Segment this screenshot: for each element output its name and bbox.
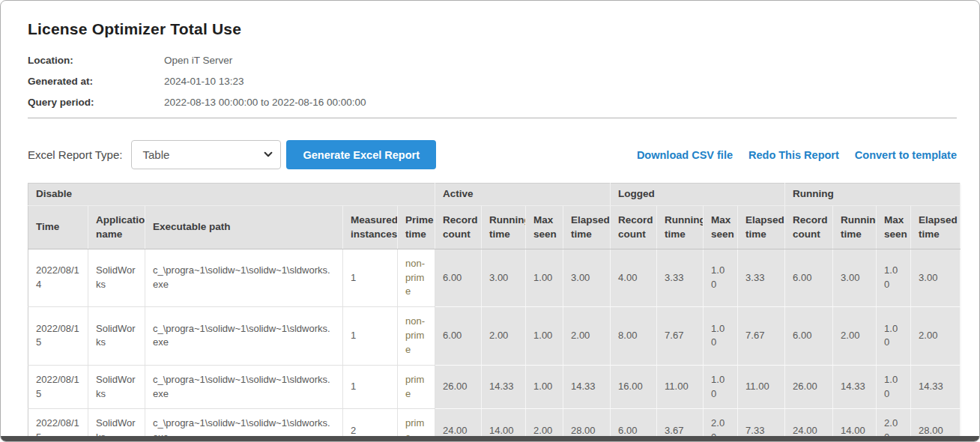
- cell-prime-time: non-prime: [398, 249, 435, 307]
- col-header-running-elapsed-time: Elapsed time: [911, 205, 961, 249]
- report-action-links: Download CSV file Redo This Report Conve…: [637, 149, 957, 161]
- meta-divider: [28, 118, 957, 118]
- cell-active-elapsed-time: 2.00: [563, 307, 611, 366]
- report-type-label: Excel Report Type:: [28, 148, 122, 161]
- cell-application-name: SolidWorks: [88, 307, 145, 366]
- col-header-active-record-count: Record count: [435, 205, 482, 249]
- cell-running-elapsed-time: 3.00: [911, 249, 961, 307]
- convert-to-template-link[interactable]: Convert to template: [855, 149, 957, 161]
- cell-active-max-seen: 1.00: [526, 249, 563, 307]
- meta-label-query-period: Query period:: [28, 97, 164, 108]
- table-body: 2022/08/14SolidWorksc_\progra~1\solidw~1…: [28, 249, 961, 442]
- cell-application-name: SolidWorks: [88, 365, 145, 409]
- cell-active-max-seen: 1.00: [526, 307, 563, 366]
- cell-measured-instances: 1: [343, 365, 398, 409]
- cell-running-max-seen: 1.00: [877, 365, 911, 409]
- cell-active-max-seen: 1.00: [526, 365, 563, 409]
- cell-time: 2022/08/15: [28, 307, 88, 366]
- cell-running-running-time: 14.33: [833, 365, 877, 409]
- report-type-select-wrap: Table: [131, 140, 281, 169]
- cell-running-record-count: 26.00: [785, 365, 833, 409]
- cell-logged-max-seen: 1.00: [704, 365, 738, 409]
- meta-value-location: Open iT Server: [164, 55, 232, 66]
- cell-running-max-seen: 1.00: [877, 307, 911, 366]
- window-bottom-edge: [1, 436, 979, 441]
- cell-active-elapsed-time: 14.33: [563, 365, 611, 409]
- cell-active-elapsed-time: 3.00: [563, 249, 611, 307]
- col-header-running-running-time: Running time: [833, 205, 877, 249]
- col-header-active-elapsed-time: Elapsed time: [563, 205, 611, 249]
- cell-running-running-time: 3.00: [833, 249, 877, 307]
- cell-time: 2022/08/14: [28, 249, 88, 307]
- group-header-logged: Logged: [611, 184, 785, 206]
- table-row: 2022/08/14SolidWorksc_\progra~1\solidw~1…: [28, 249, 961, 307]
- cell-active-running-time: 2.00: [482, 307, 526, 366]
- cell-logged-elapsed-time: 3.33: [738, 249, 785, 307]
- cell-active-record-count: 6.00: [435, 307, 482, 366]
- col-header-logged-record-count: Record count: [611, 205, 657, 249]
- cell-logged-running-time: 7.67: [657, 307, 704, 366]
- cell-running-running-time: 2.00: [833, 307, 877, 366]
- page-title: License Optimizer Total Use: [28, 20, 957, 38]
- cell-logged-max-seen: 1.00: [704, 307, 738, 366]
- col-header-active-max-seen: Max seen: [526, 205, 563, 249]
- cell-prime-time: non-prime: [398, 307, 435, 366]
- group-header-active: Active: [435, 184, 611, 206]
- cell-measured-instances: 1: [343, 307, 398, 366]
- meta-row-query-period: Query period: 2022-08-13 00:00:00 to 202…: [28, 97, 957, 108]
- report-meta: Location: Open iT Server Generated at: 2…: [28, 55, 957, 108]
- generate-excel-report-button[interactable]: Generate Excel Report: [286, 140, 436, 169]
- group-header-disable: Disable: [28, 184, 435, 206]
- cell-measured-instances: 1: [343, 249, 398, 307]
- meta-value-generated-at: 2024-01-10 13:23: [164, 76, 244, 87]
- cell-logged-elapsed-time: 7.67: [738, 307, 785, 366]
- cell-logged-running-time: 11.00: [657, 365, 704, 409]
- meta-label-location: Location:: [28, 55, 164, 66]
- col-header-logged-running-time: Running time: [657, 205, 704, 249]
- group-header-running: Running: [785, 184, 961, 206]
- col-header-executable-path: Executable path: [145, 205, 343, 249]
- cell-executable-path: c_\progra~1\solidw~1\solidw~1\sldworks.e…: [145, 307, 343, 366]
- col-header-logged-max-seen: Max seen: [704, 205, 738, 249]
- cell-executable-path: c_\progra~1\solidw~1\solidw~1\sldworks.e…: [145, 249, 343, 307]
- cell-logged-elapsed-time: 11.00: [738, 365, 785, 409]
- col-header-time: Time: [28, 205, 88, 249]
- cell-active-running-time: 3.00: [482, 249, 526, 307]
- meta-row-generated-at: Generated at: 2024-01-10 13:23: [28, 76, 957, 87]
- cell-active-record-count: 6.00: [435, 249, 482, 307]
- col-header-running-record-count: Record count: [785, 205, 833, 249]
- cell-running-record-count: 6.00: [785, 249, 833, 307]
- cell-executable-path: c_\progra~1\solidw~1\solidw~1\sldworks.e…: [145, 365, 343, 409]
- col-header-active-running-time: Running time: [482, 205, 526, 249]
- col-header-application-name: Application name: [88, 205, 145, 249]
- cell-application-name: SolidWorks: [88, 249, 145, 307]
- meta-value-query-period: 2022-08-13 00:00:00 to 2022-08-16 00:00:…: [164, 97, 366, 108]
- cell-running-max-seen: 1.00: [877, 249, 911, 307]
- cell-logged-record-count: 8.00: [611, 307, 657, 366]
- cell-prime-time: prime: [398, 365, 435, 409]
- cell-logged-running-time: 3.33: [657, 249, 704, 307]
- cell-active-running-time: 14.33: [482, 365, 526, 409]
- license-use-table: Disable Active Logged Running Time Appli…: [28, 183, 961, 442]
- report-content: License Optimizer Total Use Location: Op…: [1, 1, 979, 442]
- cell-logged-record-count: 4.00: [611, 249, 657, 307]
- cell-active-record-count: 26.00: [435, 365, 482, 409]
- cell-running-elapsed-time: 2.00: [911, 307, 961, 366]
- report-type-select[interactable]: Table: [131, 140, 281, 169]
- meta-row-location: Location: Open iT Server: [28, 55, 957, 66]
- report-window: License Optimizer Total Use Location: Op…: [0, 0, 980, 442]
- meta-label-generated-at: Generated at:: [28, 76, 164, 87]
- report-controls: Excel Report Type: Table Generate Excel …: [28, 140, 957, 169]
- cell-running-elapsed-time: 14.33: [911, 365, 961, 409]
- table-group-header-row: Disable Active Logged Running: [28, 184, 961, 206]
- cell-logged-record-count: 16.00: [611, 365, 657, 409]
- table-row: 2022/08/15SolidWorksc_\progra~1\solidw~1…: [28, 307, 961, 366]
- table-row: 2022/08/15SolidWorksc_\progra~1\solidw~1…: [28, 365, 961, 409]
- col-header-measured-instances: Measured instances: [343, 205, 398, 249]
- col-header-running-max-seen: Max seen: [877, 205, 911, 249]
- download-csv-link[interactable]: Download CSV file: [637, 149, 733, 161]
- cell-logged-max-seen: 1.00: [704, 249, 738, 307]
- cell-time: 2022/08/15: [28, 365, 88, 409]
- table-column-header-row: Time Application name Executable path Me…: [28, 205, 961, 249]
- redo-report-link[interactable]: Redo This Report: [748, 149, 839, 161]
